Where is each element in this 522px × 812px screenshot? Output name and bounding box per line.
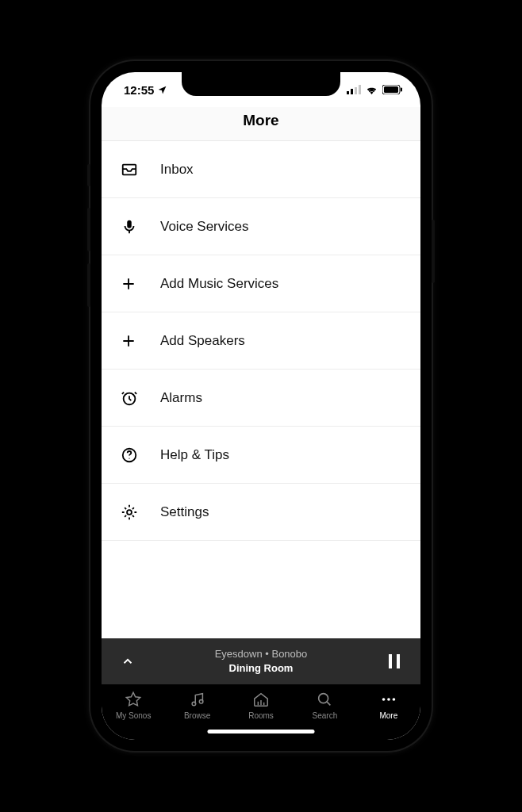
home-icon — [252, 691, 270, 708]
phone-frame: 12:55 More — [90, 61, 432, 751]
pause-button[interactable] — [382, 653, 406, 669]
notch — [182, 72, 340, 96]
menu-item-label: Help & Tips — [154, 447, 229, 463]
svg-point-10 — [127, 510, 132, 515]
tab-label: More — [379, 711, 397, 720]
menu-item-label: Settings — [154, 504, 209, 520]
menu-item-settings[interactable]: Settings — [102, 484, 420, 541]
screen: 12:55 More — [102, 72, 420, 740]
gear-icon — [121, 504, 154, 521]
home-indicator[interactable] — [208, 730, 315, 733]
search-icon — [316, 691, 333, 708]
tab-label: Rooms — [248, 711, 274, 720]
menu-item-alarms[interactable]: Alarms — [102, 370, 420, 427]
svg-point-18 — [392, 698, 395, 701]
svg-point-14 — [199, 699, 203, 703]
plus-icon — [121, 276, 154, 292]
status-time: 12:55 — [124, 83, 154, 97]
microphone-icon — [121, 218, 154, 236]
menu-list: Inbox Voice Services Add Music Services … — [102, 141, 420, 638]
side-button — [87, 164, 90, 186]
menu-item-inbox[interactable]: Inbox — [102, 141, 420, 198]
menu-item-label: Voice Services — [154, 219, 249, 235]
menu-item-help-tips[interactable]: Help & Tips — [102, 427, 420, 484]
now-playing-track: Eyesdown • Bonobo — [140, 647, 382, 661]
svg-rect-11 — [389, 654, 392, 668]
inbox-icon — [121, 161, 154, 178]
tab-label: Browse — [184, 711, 210, 720]
side-button — [432, 220, 435, 283]
tab-search[interactable]: Search — [293, 691, 356, 720]
star-icon — [125, 691, 142, 708]
music-note-icon — [189, 691, 206, 708]
menu-item-voice-services[interactable]: Voice Services — [102, 198, 420, 255]
side-button — [87, 263, 90, 307]
tab-label: Search — [313, 711, 338, 720]
help-icon — [121, 446, 154, 464]
tab-label: My Sonos — [116, 711, 151, 720]
menu-item-add-speakers[interactable]: Add Speakers — [102, 312, 420, 370]
menu-item-label: Add Music Services — [154, 276, 278, 292]
svg-rect-6 — [401, 88, 402, 92]
alarm-clock-icon — [121, 389, 154, 407]
svg-rect-12 — [397, 654, 400, 668]
tab-my-sonos[interactable]: My Sonos — [102, 691, 165, 720]
menu-item-label: Add Speakers — [154, 333, 245, 349]
more-dots-icon — [379, 691, 398, 708]
wifi-icon — [365, 85, 378, 94]
svg-rect-2 — [355, 87, 357, 94]
plus-icon — [121, 333, 154, 349]
svg-rect-1 — [351, 89, 353, 94]
now-playing-room: Dining Room — [140, 661, 382, 676]
now-playing-bar[interactable]: Eyesdown • Bonobo Dining Room — [102, 638, 420, 684]
page-title: More — [102, 112, 420, 129]
tab-more[interactable]: More — [357, 691, 420, 720]
now-playing-info: Eyesdown • Bonobo Dining Room — [140, 647, 382, 675]
menu-item-add-music-services[interactable]: Add Music Services — [102, 255, 420, 312]
menu-item-label: Alarms — [154, 390, 202, 406]
svg-point-17 — [387, 698, 390, 701]
svg-point-13 — [192, 702, 196, 706]
side-button — [87, 208, 90, 251]
chevron-up-icon[interactable] — [116, 654, 140, 668]
svg-rect-5 — [384, 86, 398, 93]
svg-point-16 — [382, 698, 386, 701]
tab-browse[interactable]: Browse — [165, 691, 228, 720]
svg-rect-0 — [347, 91, 349, 94]
tab-rooms[interactable]: Rooms — [229, 691, 293, 720]
menu-item-label: Inbox — [154, 162, 194, 178]
svg-point-9 — [129, 458, 129, 458]
location-icon — [157, 85, 167, 95]
header: More — [102, 107, 420, 141]
svg-point-15 — [319, 694, 328, 703]
svg-rect-3 — [359, 85, 361, 94]
battery-icon — [382, 85, 403, 94]
cellular-icon — [347, 85, 361, 94]
